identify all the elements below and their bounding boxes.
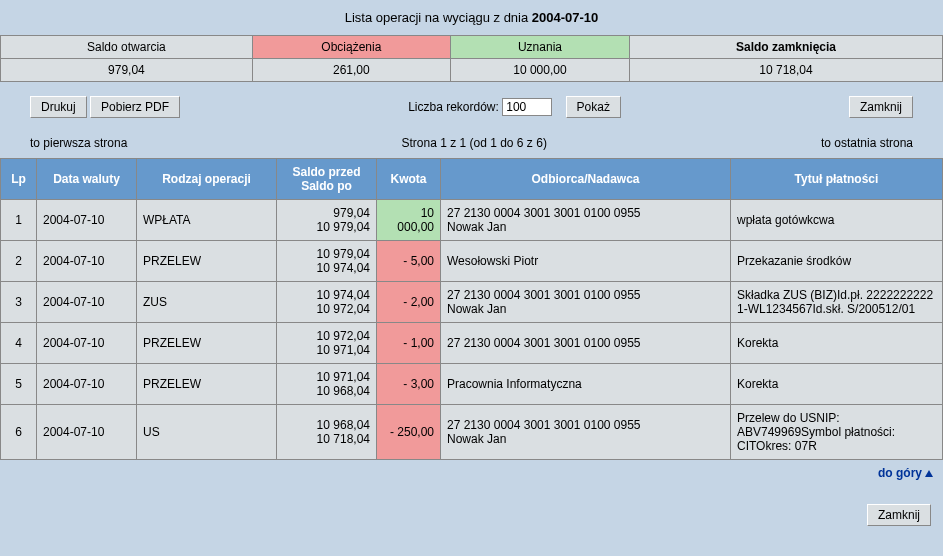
cell-title: Korekta bbox=[731, 323, 943, 364]
summary-debit-value: 261,00 bbox=[252, 59, 450, 82]
ops-col-amount: Kwota bbox=[377, 159, 441, 200]
cell-lp: 3 bbox=[1, 282, 37, 323]
summary-credit-value: 10 000,00 bbox=[450, 59, 629, 82]
close-button-top[interactable]: Zamknij bbox=[849, 96, 913, 118]
show-button[interactable]: Pokaż bbox=[566, 96, 621, 118]
table-row: 52004-07-10PRZELEW10 971,0410 968,04- 3,… bbox=[1, 364, 943, 405]
cell-balance: 10 971,0410 968,04 bbox=[277, 364, 377, 405]
summary-table: Saldo otwarcia Obciążenia Uznania Saldo … bbox=[0, 35, 943, 82]
nav-page: Strona 1 z 1 (od 1 do 6 z 6) bbox=[401, 136, 546, 150]
cell-type: PRZELEW bbox=[137, 241, 277, 282]
cell-balance: 10 968,0410 718,04 bbox=[277, 405, 377, 460]
nav-first: to pierwsza strona bbox=[30, 136, 127, 150]
summary-opening-header: Saldo otwarcia bbox=[1, 36, 253, 59]
cell-date: 2004-07-10 bbox=[37, 364, 137, 405]
cell-type: PRZELEW bbox=[137, 323, 277, 364]
ops-col-title: Tytuł płatności bbox=[731, 159, 943, 200]
ops-col-party: Odbiorca/Nadawca bbox=[441, 159, 731, 200]
cell-party: 27 2130 0004 3001 3001 0100 0955Nowak Ja… bbox=[441, 200, 731, 241]
cell-type: WPŁATA bbox=[137, 200, 277, 241]
summary-closing-value: 10 718,04 bbox=[630, 59, 943, 82]
table-row: 62004-07-10US10 968,0410 718,04- 250,002… bbox=[1, 405, 943, 460]
cell-balance: 10 979,0410 974,04 bbox=[277, 241, 377, 282]
cell-party: 27 2130 0004 3001 3001 0100 0955Nowak Ja… bbox=[441, 282, 731, 323]
cell-date: 2004-07-10 bbox=[37, 200, 137, 241]
cell-party: 27 2130 0004 3001 3001 0100 0955Nowak Ja… bbox=[441, 405, 731, 460]
cell-lp: 1 bbox=[1, 200, 37, 241]
cell-lp: 4 bbox=[1, 323, 37, 364]
records-label: Liczba rekordów: bbox=[408, 100, 499, 114]
cell-title: Korekta bbox=[731, 364, 943, 405]
cell-amount: - 3,00 bbox=[377, 364, 441, 405]
cell-lp: 6 bbox=[1, 405, 37, 460]
ops-col-balance: Saldo przedSaldo po bbox=[277, 159, 377, 200]
cell-amount: 10 000,00 bbox=[377, 200, 441, 241]
arrow-up-icon bbox=[925, 470, 933, 477]
cell-type: ZUS bbox=[137, 282, 277, 323]
cell-amount: - 250,00 bbox=[377, 405, 441, 460]
table-row: 42004-07-10PRZELEW10 972,0410 971,04- 1,… bbox=[1, 323, 943, 364]
summary-opening-value: 979,04 bbox=[1, 59, 253, 82]
summary-closing-header: Saldo zamknięcia bbox=[630, 36, 943, 59]
page-title: Lista operacji na wyciągu z dnia 2004-07… bbox=[0, 0, 943, 35]
ops-col-lp: Lp bbox=[1, 159, 37, 200]
summary-credit-header: Uznania bbox=[450, 36, 629, 59]
table-row: 12004-07-10WPŁATA979,0410 979,0410 000,0… bbox=[1, 200, 943, 241]
cell-title: Składka ZUS (BIZ)Id.pł. 22222222221-WL12… bbox=[731, 282, 943, 323]
cell-type: PRZELEW bbox=[137, 364, 277, 405]
nav-last: to ostatnia strona bbox=[821, 136, 913, 150]
cell-party: 27 2130 0004 3001 3001 0100 0955 bbox=[441, 323, 731, 364]
download-pdf-button[interactable]: Pobierz PDF bbox=[90, 96, 180, 118]
table-row: 32004-07-10ZUS10 974,0410 972,04- 2,0027… bbox=[1, 282, 943, 323]
cell-balance: 10 974,0410 972,04 bbox=[277, 282, 377, 323]
cell-lp: 2 bbox=[1, 241, 37, 282]
operations-table: Lp Data waluty Rodzaj operacji Saldo prz… bbox=[0, 158, 943, 460]
cell-type: US bbox=[137, 405, 277, 460]
close-button-bottom[interactable]: Zamknij bbox=[867, 504, 931, 526]
cell-date: 2004-07-10 bbox=[37, 323, 137, 364]
summary-debit-header: Obciążenia bbox=[252, 36, 450, 59]
cell-balance: 979,0410 979,04 bbox=[277, 200, 377, 241]
ops-col-type: Rodzaj operacji bbox=[137, 159, 277, 200]
table-row: 22004-07-10PRZELEW10 979,0410 974,04- 5,… bbox=[1, 241, 943, 282]
cell-balance: 10 972,0410 971,04 bbox=[277, 323, 377, 364]
print-button[interactable]: Drukuj bbox=[30, 96, 87, 118]
cell-amount: - 1,00 bbox=[377, 323, 441, 364]
cell-title: Przelew do USNIP: ABV749969Symbol płatno… bbox=[731, 405, 943, 460]
ops-col-date: Data waluty bbox=[37, 159, 137, 200]
cell-party: Wesołowski Piotr bbox=[441, 241, 731, 282]
cell-lp: 5 bbox=[1, 364, 37, 405]
cell-date: 2004-07-10 bbox=[37, 282, 137, 323]
cell-title: wpłata gotówkcwa bbox=[731, 200, 943, 241]
cell-amount: - 2,00 bbox=[377, 282, 441, 323]
cell-amount: - 5,00 bbox=[377, 241, 441, 282]
cell-date: 2004-07-10 bbox=[37, 241, 137, 282]
cell-date: 2004-07-10 bbox=[37, 405, 137, 460]
to-top-link[interactable]: do góry bbox=[878, 466, 933, 480]
cell-party: Pracownia Informatyczna bbox=[441, 364, 731, 405]
records-input[interactable] bbox=[502, 98, 552, 116]
cell-title: Przekazanie środków bbox=[731, 241, 943, 282]
